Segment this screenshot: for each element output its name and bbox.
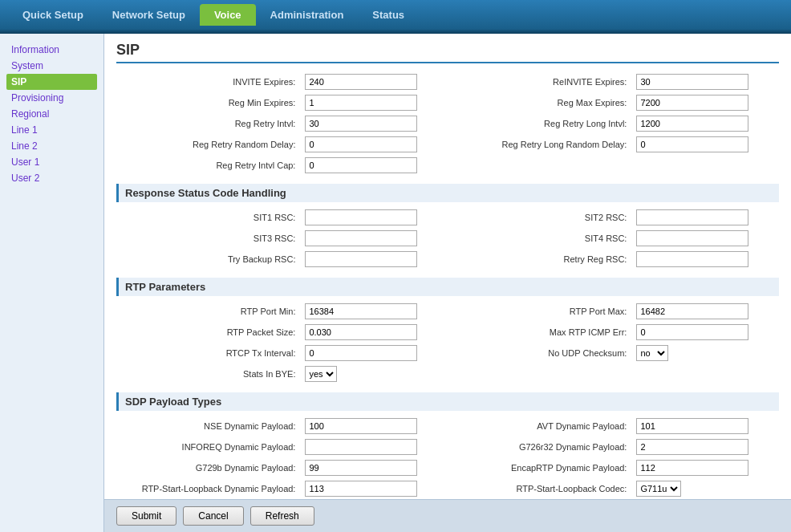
sidebar-item-line2[interactable]: Line 2 <box>6 138 97 154</box>
encaprtp-dynamic-payload-label: EncapRTP Dynamic Payload: <box>448 457 631 478</box>
retry-reg-rsc-label: Retry Reg RSC: <box>448 249 631 270</box>
inforeq-dynamic-payload-cell <box>300 437 448 457</box>
rtp-header: RTP Parameters <box>116 278 779 296</box>
avt-dynamic-payload-cell <box>631 416 779 437</box>
no-udp-checksum-select[interactable]: no yes <box>636 345 668 361</box>
reinvite-expires-input[interactable] <box>636 74 748 90</box>
sdp-table: NSE Dynamic Payload: AVT Dynamic Payload… <box>116 416 779 499</box>
g726r32-dynamic-payload-input[interactable] <box>636 439 748 455</box>
reg-retry-intvl-cell <box>300 113 448 134</box>
rtp-start-loopback-dynamic-payload-cell <box>300 478 448 499</box>
nse-dynamic-payload-input[interactable] <box>305 418 417 434</box>
reg-retry-random-delay-label: Reg Retry Random Delay: <box>116 134 300 155</box>
reg-retry-random-delay-input[interactable] <box>305 136 417 152</box>
rtp-start-loopback-dynamic-payload-input[interactable] <box>305 481 417 497</box>
no-udp-checksum-cell: no yes <box>631 343 779 363</box>
g726r32-dynamic-payload-cell <box>631 437 779 457</box>
content-scroll[interactable]: SIP INVITE Expires: ReINVITE Expires: Re… <box>104 34 791 499</box>
max-rtp-icmp-err-input[interactable] <box>636 324 748 340</box>
rtp-start-loopback-dynamic-payload-label: RTP-Start-Loopback Dynamic Payload: <box>116 478 300 499</box>
reg-retry-intvl-cap-label: Reg Retry Intvl Cap: <box>116 155 300 176</box>
sdp-header: SDP Payload Types <box>116 392 779 411</box>
footer-bar: Submit Cancel Refresh <box>104 499 791 532</box>
rtp-packet-size-input[interactable] <box>305 324 417 340</box>
tab-voice[interactable]: Voice <box>200 4 256 26</box>
inforeq-dynamic-payload-label: INFOREQ Dynamic Payload: <box>116 437 300 457</box>
g729b-dynamic-payload-cell <box>300 457 448 478</box>
cancel-button[interactable]: Cancel <box>183 506 243 526</box>
rtp-start-loopback-codec-select[interactable]: G711u G711a G729 <box>636 481 681 497</box>
table-row: INVITE Expires: ReINVITE Expires: <box>116 71 779 92</box>
sit1-rsc-label: SIT1 RSC: <box>116 207 300 228</box>
rtp-table: RTP Port Min: RTP Port Max: RTP Packet S… <box>116 301 779 384</box>
sidebar-item-system[interactable]: System <box>6 58 97 74</box>
sit2-rsc-input[interactable] <box>636 209 748 225</box>
rtcp-tx-interval-cell <box>300 343 448 363</box>
timers-table: INVITE Expires: ReINVITE Expires: Reg Mi… <box>116 71 779 176</box>
g726r32-dynamic-payload-label: G726r32 Dynamic Payload: <box>448 437 631 457</box>
stats-in-bye-select[interactable]: yes no <box>305 366 337 382</box>
top-navigation: Quick Setup Network Setup Voice Administ… <box>0 0 791 29</box>
rtp-port-max-cell <box>631 301 779 322</box>
rtp-packet-size-cell <box>300 322 448 343</box>
sit4-rsc-cell <box>631 228 779 249</box>
table-row: Try Backup RSC: Retry Reg RSC: <box>116 249 779 270</box>
sit2-rsc-cell <box>631 207 779 228</box>
reg-retry-long-random-delay-label: Reg Retry Long Random Delay: <box>448 134 631 155</box>
sidebar-item-provisioning[interactable]: Provisioning <box>6 90 97 106</box>
sit3-rsc-cell <box>300 228 448 249</box>
invite-expires-label: INVITE Expires: <box>116 71 300 92</box>
reg-retry-long-random-delay-input[interactable] <box>636 136 748 152</box>
refresh-button[interactable]: Refresh <box>250 506 314 526</box>
reg-retry-long-intvl-input[interactable] <box>636 116 748 132</box>
inforeq-dynamic-payload-input[interactable] <box>305 439 417 455</box>
rtcp-tx-interval-input[interactable] <box>305 345 417 361</box>
table-row: Stats In BYE: yes no <box>116 363 779 384</box>
reg-retry-intvl-input[interactable] <box>305 116 417 132</box>
submit-button[interactable]: Submit <box>116 506 176 526</box>
sidebar-item-information[interactable]: Information <box>6 42 97 58</box>
no-udp-checksum-label: No UDP Checksum: <box>448 343 631 363</box>
tab-quick-setup[interactable]: Quick Setup <box>8 4 98 26</box>
reg-max-expires-cell <box>631 92 779 113</box>
sidebar-item-user2[interactable]: User 2 <box>6 170 97 186</box>
retry-reg-rsc-input[interactable] <box>636 251 748 267</box>
sit2-rsc-label: SIT2 RSC: <box>448 207 631 228</box>
rtp-port-min-input[interactable] <box>305 303 417 319</box>
sidebar-item-sip[interactable]: SIP <box>6 74 97 90</box>
tab-administration[interactable]: Administration <box>256 4 359 26</box>
rtp-port-max-input[interactable] <box>636 303 748 319</box>
encaprtp-dynamic-payload-cell <box>631 457 779 478</box>
table-row: RTP Packet Size: Max RTP ICMP Err: <box>116 322 779 343</box>
sidebar-item-user1[interactable]: User 1 <box>6 154 97 170</box>
sit1-rsc-input[interactable] <box>305 209 417 225</box>
table-row: Reg Retry Random Delay: Reg Retry Long R… <box>116 134 779 155</box>
sit4-rsc-input[interactable] <box>636 230 748 246</box>
table-row: RTP-Start-Loopback Dynamic Payload: RTP-… <box>116 478 779 499</box>
try-backup-rsc-cell <box>300 249 448 270</box>
table-row: G729b Dynamic Payload: EncapRTP Dynamic … <box>116 457 779 478</box>
sidebar: Information System SIP Provisioning Regi… <box>0 34 104 532</box>
tab-status[interactable]: Status <box>358 4 419 26</box>
rtp-port-min-label: RTP Port Min: <box>116 301 300 322</box>
encaprtp-dynamic-payload-input[interactable] <box>636 460 748 476</box>
main-layout: Information System SIP Provisioning Regi… <box>0 34 791 532</box>
reg-max-expires-input[interactable] <box>636 95 748 111</box>
try-backup-rsc-input[interactable] <box>305 251 417 267</box>
g729b-dynamic-payload-input[interactable] <box>305 460 417 476</box>
sidebar-item-line1[interactable]: Line 1 <box>6 122 97 138</box>
sidebar-item-regional[interactable]: Regional <box>6 106 97 122</box>
reg-retry-long-intvl-cell <box>631 113 779 134</box>
invite-expires-input[interactable] <box>305 74 417 90</box>
sit3-rsc-label: SIT3 RSC: <box>116 228 300 249</box>
sit1-rsc-cell <box>300 207 448 228</box>
avt-dynamic-payload-input[interactable] <box>636 418 748 434</box>
avt-dynamic-payload-label: AVT Dynamic Payload: <box>448 416 631 437</box>
sit3-rsc-input[interactable] <box>305 230 417 246</box>
reg-retry-intvl-cap-input[interactable] <box>305 157 417 173</box>
reg-min-expires-input[interactable] <box>305 95 417 111</box>
sit4-rsc-label: SIT4 RSC: <box>448 228 631 249</box>
rtp-start-loopback-codec-label: RTP-Start-Loopback Codec: <box>448 478 631 499</box>
table-row: RTCP Tx Interval: No UDP Checksum: no ye… <box>116 343 779 363</box>
tab-network-setup[interactable]: Network Setup <box>98 4 200 26</box>
